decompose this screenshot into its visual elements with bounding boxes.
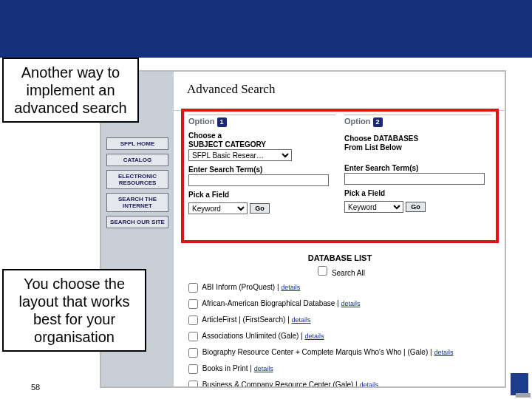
option-1-go-button[interactable]: Go [250, 203, 270, 214]
page-heading: Advanced Search [187, 82, 275, 97]
db-details-link[interactable]: details [281, 284, 300, 291]
option-2-field-select[interactable]: Keyword [344, 201, 403, 213]
nav-catalog-button[interactable]: CATALOG [106, 154, 168, 166]
option-2-search-input[interactable] [344, 173, 485, 185]
option-2-enter-label: Enter Search Term(s) [344, 164, 491, 173]
option-1-search-input[interactable] [188, 174, 329, 186]
db-item: African-American Biographical Database |… [185, 297, 499, 311]
nav-electronic-resources-button[interactable]: ELECTRONIC RESOURCES [106, 170, 168, 189]
search-all-label: Search All [332, 269, 365, 277]
search-all-checkbox[interactable] [318, 266, 327, 276]
page-number: 58 [31, 383, 40, 392]
nav-home-button[interactable]: SFPL HOME [106, 137, 168, 150]
advanced-search-highlight-box: Option 1 Choose a SUBJECT CATEGORY SFPL … [181, 109, 499, 243]
db-checkbox[interactable] [188, 299, 198, 309]
db-checkbox[interactable] [188, 364, 198, 374]
db-item: Biography Resource Center + Complete Mar… [185, 346, 499, 360]
db-item: ABI Inform (ProQuest) | details [185, 281, 499, 295]
nav-search-internet-button[interactable]: SEARCH THE INTERNET [106, 193, 168, 212]
callout-bottom: You choose the layout that works best fo… [2, 269, 146, 352]
option-1-field-select[interactable]: Keyword [188, 202, 248, 214]
db-checkbox[interactable] [188, 332, 198, 341]
option-2-header: Option 2 [344, 117, 491, 127]
db-details-link[interactable]: details [341, 300, 360, 307]
db-checkbox[interactable] [188, 348, 198, 358]
db-details-link[interactable]: details [292, 316, 311, 324]
db-item: Business & Company Resource Center (Gale… [185, 378, 499, 388]
db-item: ArticleFirst | (FirstSearch) | details [185, 313, 499, 327]
db-item: Associations Unlimited (Gale) | details [185, 330, 499, 344]
slide-logo-icon [511, 373, 528, 395]
option-1-pick-label: Pick a Field [188, 191, 335, 200]
db-checkbox[interactable] [188, 381, 198, 388]
callout-top: Another way to implement an advanced sea… [2, 58, 139, 123]
db-details-link[interactable]: details [305, 332, 324, 340]
option-1-column: Option 1 Choose a SUBJECT CATEGORY SFPL … [188, 115, 335, 214]
db-checkbox[interactable] [188, 316, 198, 325]
option-2-pick-label: Pick a Field [344, 189, 491, 198]
subject-category-select[interactable]: SFPL Basic Resear… [188, 149, 292, 161]
database-list: DATABASE LIST Search All ABI Inform (Pro… [181, 253, 499, 388]
option-1-enter-label: Enter Search Term(s) [188, 166, 335, 174]
slide-top-band [0, 0, 532, 58]
nav-search-our-site-button[interactable]: SEARCH OUR SITE [106, 216, 168, 228]
db-details-link[interactable]: details [254, 365, 273, 372]
db-checkbox[interactable] [188, 283, 198, 293]
database-list-title: DATABASE LIST [181, 253, 499, 262]
option-2-column: Option 2 Choose DATABASES From List Belo… [344, 115, 491, 214]
option-1-choose-label: Choose a SUBJECT CATEGORY [188, 132, 335, 149]
option-2-choose-label: Choose DATABASES From List Below [344, 134, 491, 152]
option-1-header: Option 1 [188, 117, 335, 127]
option-2-go-button[interactable]: Go [406, 202, 426, 212]
screenshot-panel: Francisco Library Advanced Search SFPL H… [100, 70, 506, 388]
db-details-link[interactable]: details [434, 349, 453, 356]
db-details-link[interactable]: details [359, 381, 378, 388]
db-item: Books in Print | details [185, 362, 499, 376]
